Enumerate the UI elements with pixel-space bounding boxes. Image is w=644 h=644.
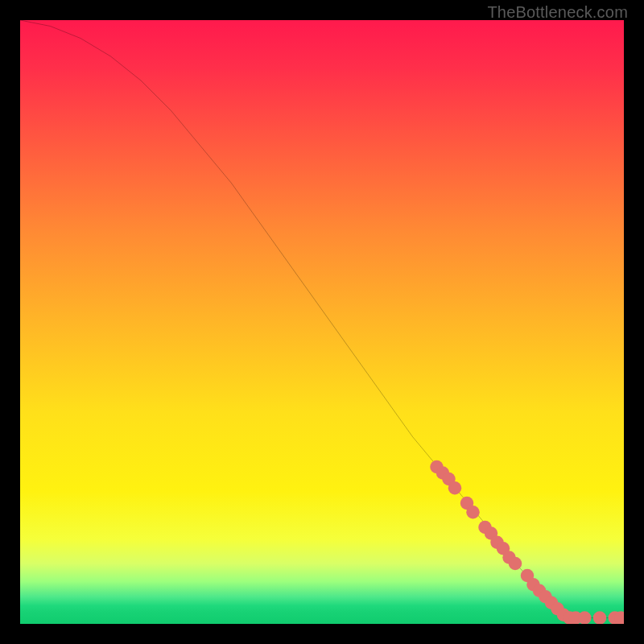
marker-point (448, 481, 462, 495)
bottleneck-curve-path (20, 20, 624, 618)
chart-root: TheBottleneck.com (0, 0, 644, 644)
marker-point (509, 557, 522, 571)
marker-point (593, 611, 607, 624)
chart-svg (20, 20, 624, 624)
marker-point (466, 506, 480, 519)
marker-point (578, 611, 592, 624)
curve-layer (20, 20, 624, 618)
plot-area (20, 20, 624, 624)
marker-layer (430, 460, 624, 624)
watermark-text: TheBottleneck.com (487, 3, 628, 22)
